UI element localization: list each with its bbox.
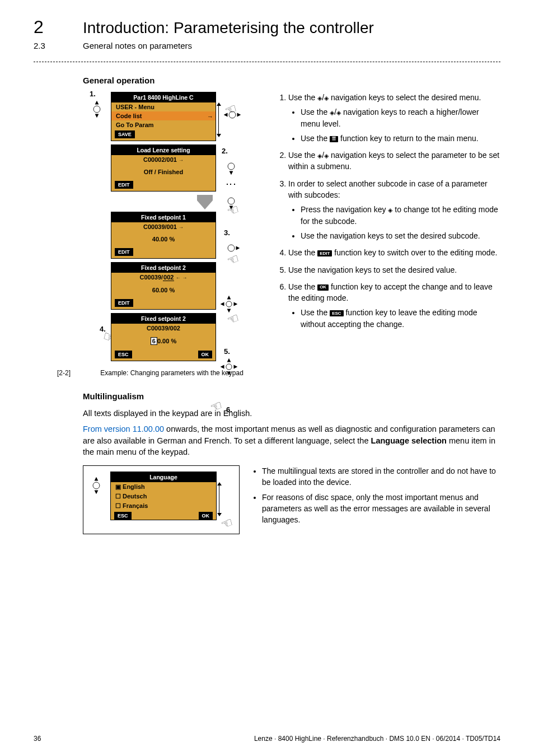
multilingualism-heading: Multilingualism [83,391,500,401]
panel2-status: Off / Finished [111,164,216,180]
multilingualism-p1: All texts displayed in the keypad are in… [83,408,500,419]
ok-key-icon: OK [317,284,329,291]
panel1-row2: Code list→ [111,111,216,120]
lang-deutsch: ☐ Deutsch [111,492,216,501]
instruction-4: Use the EDIT function key to switch over… [288,247,500,258]
svg-marker-19 [221,365,224,369]
esc-chip: ESC [115,351,132,358]
panel3-title: Fixed setpoint 1 [111,212,216,222]
step-5-label: 5. [224,347,230,356]
step-6-label: 6. [226,405,232,414]
instruction-1: Use the ◈/◈ navigation keys to select th… [288,92,500,144]
edit-chip: EDIT [115,181,133,189]
svg-marker-17 [227,358,231,362]
section-number: 2.3 [34,41,56,50]
ok-chip: OK [198,351,213,358]
instructions-column: Use the ◈/◈ navigation keys to select th… [278,92,500,335]
dpad-icon [222,157,241,176]
nav-up-icon: ◈ [317,153,322,159]
panel-fixed-setpoint-1: Fixed setpoint 1 C00039/001 → 40.00 % ED… [111,212,216,259]
svg-marker-10 [236,246,240,250]
nav-left-icon: ◈ [330,110,334,116]
step-1-label: 1. [90,90,96,98]
panel1-title: Par1 8400 HighLine C [111,92,216,102]
svg-marker-15 [234,302,238,306]
lang-bullet-1: The multilingual texts are stored in the… [262,465,500,488]
divider [34,62,500,62]
hand-icon: ☜ [219,514,236,533]
svg-marker-0 [95,101,99,105]
instruction-5: Use the navigation keys to set the desir… [288,264,500,276]
svg-point-2 [93,106,100,113]
panel5-title: Fixed setpoint 2 [111,314,216,324]
edit-key-icon: EDIT [317,250,332,256]
svg-point-11 [228,245,235,251]
panel4-code: C00039/002 ← → [111,273,216,282]
lang-bullet-2: For reasons of disc space, only the most… [262,492,500,526]
panel2-code: C00002/001 → [111,155,216,164]
svg-marker-22 [95,477,99,481]
lang-english: ▣ English [111,482,216,492]
panel5-value: 60.00 % [111,333,216,349]
panel-load-lenze: Load Lenze setting C00002/001 → Off / Fi… [111,144,216,192]
svg-point-21 [226,364,232,370]
page-number: 36 [34,735,41,743]
svg-marker-4 [237,113,241,117]
panel-main-menu: Par1 8400 HighLine C USER - Menu Code li… [111,92,216,141]
edit-chip: EDIT [115,299,133,307]
instruction-6: Use the OK function key to accept the ch… [288,281,500,330]
nav-right-icon: ◈ [336,110,341,116]
language-figure: Language ▣ English ☐ Deutsch ☐ Français … [83,465,240,534]
dots-icon: ⋮ [225,179,237,188]
esc-key-icon: ESC [330,310,343,316]
svg-point-16 [226,301,232,307]
panel1-row1: USER - Menu [111,102,216,111]
svg-marker-6 [229,171,233,175]
menu-key-icon: ☰ [330,136,338,142]
version-link[interactable]: From version 11.00.00 [83,424,164,433]
lang-francais: ☐ Français [111,501,216,511]
panel4-title: Fixed setpoint 2 [111,263,216,273]
svg-point-24 [93,482,100,489]
nav-down-icon: ◈ [324,95,329,101]
svg-marker-12 [227,296,231,300]
svg-point-7 [228,163,235,170]
step-3-label: 3. [224,228,230,237]
nav-down-icon: ◈ [324,153,329,159]
panel-fixed-setpoint-2a: Fixed setpoint 2 C00039/002 ← → 60.00 % … [111,262,216,310]
lang-title: Language [111,472,216,482]
svg-point-5 [229,111,236,118]
step-2-label: 2. [222,147,228,155]
figure-ref: [2-2] [57,369,99,377]
ok-chip: OK [199,512,213,520]
chapter-number: 2 [34,17,56,38]
svg-marker-3 [224,113,228,117]
save-chip: SAVE [115,130,135,138]
svg-marker-23 [95,491,99,494]
panel2-title: Load Lenze setting [111,145,216,155]
svg-marker-14 [221,302,224,306]
svg-marker-18 [227,372,231,376]
section-title: General notes on parameters [83,41,192,50]
nav-up-icon: ◈ [317,95,322,101]
dpad-icon [87,100,106,119]
hand-icon: ☜ [225,310,242,329]
instruction-2: Use the ◈/◈ navigation keys to select th… [288,150,500,172]
general-operation-heading: General operation [83,76,500,85]
panel3-value: 40.00 % [111,231,216,247]
chapter-title: Introduction: Parameterising the control… [83,19,374,37]
panel1-row3: Go To Param [111,120,216,129]
dpad-icon [87,476,106,495]
keypad-procedure-figure: Par1 8400 HighLine C USER - Menu Code li… [83,92,265,365]
dpad-full-icon [219,357,238,376]
svg-marker-1 [95,114,99,118]
esc-chip: ESC [114,512,132,520]
footer-info: Lenze · 8400 HighLine · Referenzhandbuch… [254,735,500,743]
instruction-3: In order to select another subcode in ca… [288,178,500,241]
svg-marker-20 [234,365,238,369]
multilingualism-p2: From version 11.00.00 onwards, the most … [83,423,500,458]
panel-fixed-setpoint-2b: Fixed setpoint 2 C00039/002 60.00 % ESC … [111,313,216,361]
arrow-right-icon: → [207,113,213,120]
edit-chip: EDIT [115,248,133,256]
panel4-value: 60.00 % [111,282,216,298]
